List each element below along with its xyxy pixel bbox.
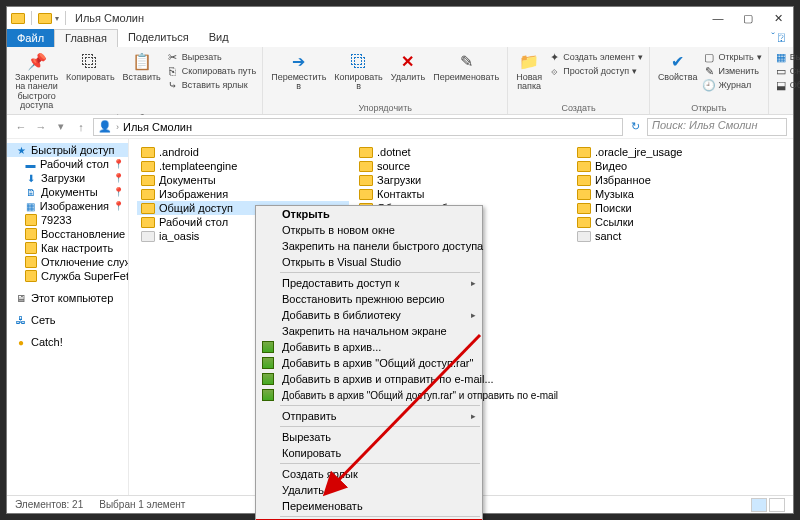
refresh-button[interactable]: ↻ — [627, 119, 643, 135]
move-to-button[interactable]: ➔Переместить в — [269, 50, 328, 102]
nav-pane: ★Быстрый доступ ▬Рабочий стол📍 ⬇Загрузки… — [7, 139, 129, 495]
details-view-button[interactable] — [751, 498, 767, 512]
nav-catch[interactable]: ●Catch! — [7, 335, 128, 349]
back-button[interactable]: ← — [13, 119, 29, 135]
folder-icon — [141, 175, 155, 186]
select-all-button[interactable]: ▦Выделить все — [775, 50, 800, 64]
cut-button[interactable]: ✂Вырезать — [167, 50, 256, 64]
tab-share[interactable]: Поделиться — [118, 29, 199, 47]
menu-shortcut[interactable]: Создать ярлык — [256, 466, 482, 482]
file-item[interactable]: Видео — [573, 159, 785, 173]
file-icon — [141, 231, 155, 242]
nav-pictures[interactable]: ▦Изображения📍 — [7, 199, 128, 213]
recent-button[interactable]: ▾ — [53, 119, 69, 135]
nav-quick-access[interactable]: ★Быстрый доступ — [7, 143, 128, 157]
tab-file[interactable]: Файл — [7, 29, 54, 47]
menu-pin-quick[interactable]: Закрепить на панели быстрого доступа — [256, 238, 482, 254]
open-button[interactable]: ▢Открыть ▾ — [703, 50, 761, 64]
file-item[interactable]: Ссылки — [573, 215, 785, 229]
menu-restore-version[interactable]: Восстановить прежнюю версию — [256, 291, 482, 307]
menu-open-vs[interactable]: Открыть в Visual Studio — [256, 254, 482, 270]
file-item[interactable]: Поиски — [573, 201, 785, 215]
menu-open-new-window[interactable]: Открыть в новом окне — [256, 222, 482, 238]
copy-to-button[interactable]: ⿻Копировать в — [332, 50, 384, 102]
menu-rename[interactable]: Переименовать — [256, 498, 482, 514]
minimize-button[interactable]: — — [703, 7, 733, 29]
file-column: .oracle_jre_usage Видео Избранное Музыка… — [573, 145, 785, 489]
nav-network[interactable]: 🖧Сеть — [7, 313, 128, 327]
edit-button[interactable]: ✎Изменить — [703, 64, 761, 78]
file-item[interactable]: .templateengine — [137, 159, 349, 173]
chevron-right-icon: › — [116, 122, 119, 132]
breadcrumb[interactable]: Илья Смолин — [123, 121, 192, 133]
menu-cut[interactable]: Вырезать — [256, 429, 482, 445]
up-button[interactable]: ↑ — [73, 119, 89, 135]
menu-rar-email[interactable]: Добавить в архив и отправить по e-mail..… — [256, 371, 482, 387]
nav-downloads[interactable]: ⬇Загрузки📍 — [7, 171, 128, 185]
help-button[interactable]: ˇ ⍰ — [763, 29, 793, 47]
forward-button[interactable]: → — [33, 119, 49, 135]
view-buttons — [751, 498, 785, 512]
menu-grant-access[interactable]: Предоставить доступ к — [256, 275, 482, 291]
folder-icon — [577, 147, 591, 158]
ribbon-group-select: ▦Выделить все ▭Снять выделение ⬓Обратить… — [769, 47, 800, 114]
new-folder-button[interactable]: 📁Новая папка — [514, 50, 544, 102]
menu-send-to[interactable]: Отправить — [256, 408, 482, 424]
rename-button[interactable]: ✎Переименовать — [431, 50, 501, 102]
nav-folder[interactable]: Как настроить — [7, 241, 128, 255]
file-item[interactable]: .dotnet — [355, 145, 567, 159]
menu-separator — [280, 516, 480, 517]
menu-copy[interactable]: Копировать — [256, 445, 482, 461]
paste-button[interactable]: 📋Вставить — [121, 50, 163, 112]
copy-to-icon: ⿻ — [348, 51, 370, 73]
nav-folder[interactable]: Служба SuperFetch — [7, 269, 128, 283]
file-item[interactable]: Изображения — [137, 187, 349, 201]
tab-view[interactable]: Вид — [199, 29, 239, 47]
folder-icon — [25, 256, 37, 268]
menu-open[interactable]: Открыть — [256, 206, 482, 222]
nav-folder[interactable]: Восстановление п — [7, 227, 128, 241]
menu-pin-start[interactable]: Закрепить на начальном экране — [256, 323, 482, 339]
maximize-button[interactable]: ▢ — [733, 7, 763, 29]
menu-delete[interactable]: Удалить — [256, 482, 482, 498]
nav-documents[interactable]: 🗎Документы📍 — [7, 185, 128, 199]
nav-folder[interactable]: Отключение служ — [7, 255, 128, 269]
window-title: Илья Смолин — [75, 12, 144, 24]
invert-selection-button[interactable]: ⬓Обратить выделение — [775, 78, 800, 92]
menu-rar-add[interactable]: Добавить в архив... — [256, 339, 482, 355]
file-item[interactable]: sanct — [573, 229, 785, 243]
menu-separator — [280, 272, 480, 273]
file-item[interactable]: .android — [137, 145, 349, 159]
nav-desktop[interactable]: ▬Рабочий стол📍 — [7, 157, 128, 171]
menu-add-library[interactable]: Добавить в библиотеку — [256, 307, 482, 323]
select-none-button[interactable]: ▭Снять выделение — [775, 64, 800, 78]
pin-quick-access-button[interactable]: 📌Закрепить на панели быстрого доступа — [13, 50, 60, 112]
file-item[interactable]: Музыка — [573, 187, 785, 201]
nav-folder[interactable]: 79233 — [7, 213, 128, 227]
icons-view-button[interactable] — [769, 498, 785, 512]
new-item-button[interactable]: ✦Создать элемент ▾ — [548, 50, 643, 64]
easy-access-button[interactable]: ⟐Простой доступ ▾ — [548, 64, 643, 78]
file-item[interactable]: Избранное — [573, 173, 785, 187]
address-bar[interactable]: 👤 › Илья Смолин — [93, 118, 623, 136]
menu-rar-add-named[interactable]: Добавить в архив "Общий доступ.rar" — [256, 355, 482, 371]
file-item[interactable]: .oracle_jre_usage — [573, 145, 785, 159]
tab-home[interactable]: Главная — [54, 29, 118, 47]
user-icon: 👤 — [98, 120, 112, 133]
history-button[interactable]: 🕘Журнал — [703, 78, 761, 92]
file-item[interactable]: Загрузки — [355, 173, 567, 187]
copy-path-button[interactable]: ⎘Скопировать путь — [167, 64, 256, 78]
copy-button[interactable]: ⿻Копировать — [64, 50, 116, 112]
nav-this-pc[interactable]: 🖥Этот компьютер — [7, 291, 128, 305]
properties-button[interactable]: ✔Свойства — [656, 50, 700, 102]
search-input[interactable]: Поиск: Илья Смолин — [647, 118, 787, 136]
folder-icon — [577, 189, 591, 200]
paste-shortcut-button[interactable]: ⤷Вставить ярлык — [167, 78, 256, 92]
close-button[interactable]: ✕ — [763, 7, 793, 29]
menu-rar-email-named[interactable]: Добавить в архив "Общий доступ.rar" и от… — [256, 387, 482, 403]
file-item[interactable]: Документы — [137, 173, 349, 187]
file-item[interactable]: source — [355, 159, 567, 173]
delete-button[interactable]: ✕Удалить — [389, 50, 427, 102]
file-item[interactable]: Контакты — [355, 187, 567, 201]
dropdown-icon[interactable]: ▾ — [55, 14, 59, 23]
